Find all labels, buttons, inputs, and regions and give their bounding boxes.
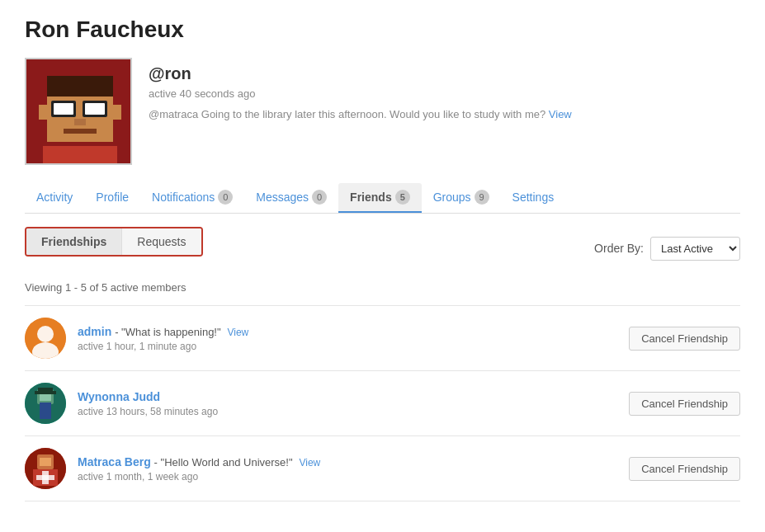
svg-rect-7 xyxy=(74,119,86,125)
order-by-group: Order By: Last Active Newest Oldest Alph… xyxy=(594,237,740,261)
friend-status-admin: - "What is happening!" xyxy=(115,326,220,338)
friend-view-link-admin[interactable]: View xyxy=(227,327,248,338)
viewing-info: Viewing 1 - 5 of 5 active members xyxy=(25,281,740,294)
svg-rect-11 xyxy=(111,105,121,120)
friend-avatar-wynonna-judd xyxy=(25,383,66,424)
svg-rect-6 xyxy=(85,103,105,115)
svg-rect-20 xyxy=(38,388,53,393)
friend-avatar-matraca-berg xyxy=(25,448,66,489)
svg-rect-26 xyxy=(36,475,54,480)
svg-rect-5 xyxy=(54,103,73,115)
tab-notifications[interactable]: Notifications 0 xyxy=(140,183,244,213)
friend-status-matraca-berg: - "Hello World and Universe!" xyxy=(154,456,293,468)
profile-active-status: active 40 seconds ago xyxy=(149,87,572,100)
svg-rect-8 xyxy=(64,129,97,134)
friend-active-matraca-berg: active 1 month, 1 week ago xyxy=(78,471,617,483)
cancel-friendship-matraca-berg[interactable]: Cancel Friendship xyxy=(629,457,740,481)
friend-info-admin: admin - "What is happening!" View active… xyxy=(78,325,617,352)
friend-item-admin: admin - "What is happening!" View active… xyxy=(25,306,740,371)
svg-rect-2 xyxy=(47,76,113,97)
profile-handle: @ron xyxy=(149,64,572,83)
cancel-friendship-admin[interactable]: Cancel Friendship xyxy=(629,327,740,351)
nav-tabs: Activity Profile Notifications 0 Message… xyxy=(25,183,740,214)
tab-messages[interactable]: Messages 0 xyxy=(244,183,338,213)
friend-info-matraca-berg: Matraca Berg - "Hello World and Universe… xyxy=(78,455,617,483)
order-by-label: Order By: xyxy=(594,242,644,255)
friend-list: admin - "What is happening!" View active… xyxy=(25,305,740,501)
sub-tab-friendships[interactable]: Friendships xyxy=(26,228,122,255)
tab-activity[interactable]: Activity xyxy=(25,184,84,212)
svg-rect-10 xyxy=(39,105,49,120)
svg-rect-9 xyxy=(43,146,117,165)
messages-badge: 0 xyxy=(312,190,327,205)
svg-rect-18 xyxy=(40,403,51,419)
friend-item-matraca-berg: Matraca Berg - "Hello World and Universe… xyxy=(25,436,740,501)
profile-info: @ron active 40 seconds ago @matraca Goin… xyxy=(149,58,572,120)
svg-rect-23 xyxy=(40,458,51,466)
friend-name-matraca-berg[interactable]: Matraca Berg xyxy=(78,455,151,468)
friend-view-link-matraca-berg[interactable]: View xyxy=(299,457,320,468)
friend-item-wynonna-judd: Wynonna Judd active 13 hours, 58 minutes… xyxy=(25,371,740,436)
profile-status: @matraca Going to the library later this… xyxy=(149,108,572,120)
profile-avatar xyxy=(25,58,132,165)
cancel-friendship-wynonna-judd[interactable]: Cancel Friendship xyxy=(629,392,740,416)
tab-groups[interactable]: Groups 9 xyxy=(422,183,501,213)
page-title: Ron Faucheux xyxy=(25,16,740,43)
friend-info-wynonna-judd: Wynonna Judd active 13 hours, 58 minutes… xyxy=(78,390,617,417)
order-by-select[interactable]: Last Active Newest Oldest Alphabetical xyxy=(650,237,740,261)
tab-friends[interactable]: Friends 5 xyxy=(338,183,422,213)
profile-status-text: @matraca Going to the library later this… xyxy=(149,108,545,120)
friend-active-admin: active 1 hour, 1 minute ago xyxy=(78,341,617,352)
tab-settings[interactable]: Settings xyxy=(501,184,566,212)
sub-tabs: Friendships Requests xyxy=(25,227,203,257)
profile-section: @ron active 40 seconds ago @matraca Goin… xyxy=(25,58,740,165)
friend-name-wynonna-judd[interactable]: Wynonna Judd xyxy=(78,390,160,403)
notifications-badge: 0 xyxy=(218,190,233,205)
controls-row: Friendships Requests Order By: Last Acti… xyxy=(25,227,740,270)
profile-status-view-link[interactable]: View xyxy=(549,108,572,120)
groups-badge: 9 xyxy=(475,190,489,205)
friend-active-wynonna-judd: active 13 hours, 58 minutes ago xyxy=(78,406,617,417)
sub-tab-requests[interactable]: Requests xyxy=(122,228,201,255)
friends-badge: 5 xyxy=(395,190,410,205)
tab-profile[interactable]: Profile xyxy=(84,184,140,212)
friend-name-admin[interactable]: admin xyxy=(78,325,111,338)
friend-avatar-admin xyxy=(25,318,66,359)
svg-point-13 xyxy=(37,326,54,342)
